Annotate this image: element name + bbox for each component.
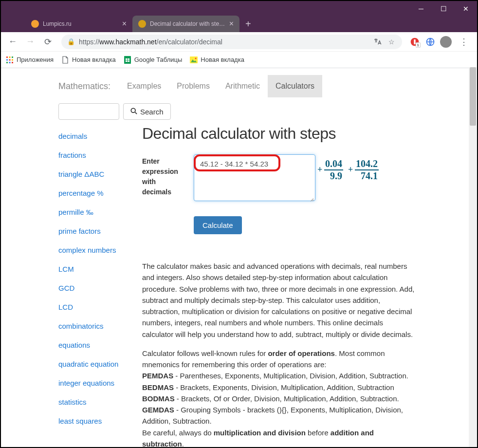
sidebar-item-combinatorics[interactable]: combinatorics (58, 317, 141, 336)
description-p2: Calculator follows well-known rules for … (142, 348, 415, 447)
bookmark-item[interactable]: Google Таблицы (124, 56, 183, 64)
bookmarks-bar: Приложения Новая вкладка Google Таблицы … (1, 52, 477, 68)
sidebar-item-quadratic[interactable]: quadratic equation (58, 355, 141, 373)
calculate-button[interactable]: Calculate (194, 216, 242, 234)
close-icon[interactable]: × (122, 20, 127, 28)
minimize-button[interactable]: ─ (410, 1, 432, 17)
extension-globe-icon[interactable] (423, 35, 437, 49)
image-icon (190, 56, 198, 64)
tab-title: Decimal calculator with steps (150, 20, 225, 27)
expression-input[interactable]: 45.12 - 34.12 * 54.23 (194, 154, 315, 201)
svg-point-19 (131, 108, 135, 112)
svg-rect-11 (12, 62, 13, 63)
svg-rect-9 (6, 62, 8, 63)
apps-icon (6, 56, 14, 64)
sidebar-item-gcd[interactable]: GCD (58, 279, 141, 298)
description: The calculator makes basic and advanced … (142, 261, 415, 447)
sidebar-item-percentage[interactable]: percentage % (58, 184, 141, 203)
sidebar-item-complex[interactable]: complex numbers (58, 241, 141, 260)
svg-line-20 (135, 112, 137, 114)
bookmark-item[interactable]: Новая вкладка (61, 56, 116, 64)
tab-title: Lumpics.ru (43, 20, 72, 27)
scrollbar[interactable] (469, 67, 477, 447)
bookmark-item[interactable]: Новая вкладка (190, 56, 244, 64)
sidebar-item-lcm[interactable]: LCM (58, 260, 141, 279)
profile-avatar[interactable] (439, 35, 453, 49)
back-button[interactable]: ← (5, 34, 20, 50)
svg-rect-8 (12, 59, 13, 60)
expression-label: Enter expression with decimals (142, 154, 185, 197)
sidebar-item-least-squares[interactable]: least squares (58, 411, 141, 430)
favicon-hackmath (138, 20, 146, 28)
tab-hackmath[interactable]: Decimal calculator with steps × (132, 16, 239, 32)
sidebar-item-prime[interactable]: prime factors (58, 222, 141, 241)
nav-title: Mathematics: (58, 81, 110, 92)
bookmark-label: Google Таблицы (134, 56, 183, 63)
nav-arithmetic[interactable]: Arithmetic (218, 75, 268, 97)
browser-titlebar: Lumpics.ru × Decimal calculator with ste… (1, 1, 477, 32)
search-input[interactable] (58, 103, 119, 120)
forward-button[interactable]: → (22, 34, 38, 50)
sidebar-item-integer-eq[interactable]: integer equations (58, 373, 141, 392)
browser-toolbar: ← → ⟳ 🔒 https://www.hackmath.net/en/calc… (1, 32, 477, 52)
close-icon[interactable]: × (229, 20, 234, 28)
examples-illustration: + 0.04 9.9 + 104.2 74.1 (324, 154, 379, 182)
translate-icon[interactable] (373, 37, 383, 47)
star-icon[interactable]: ☆ (386, 37, 396, 47)
search-icon (130, 108, 137, 116)
bookmark-label: Новая вкладка (72, 56, 116, 63)
extension-badge: 1 (416, 42, 421, 48)
search-button[interactable]: Search (123, 103, 171, 120)
svg-rect-10 (9, 62, 11, 63)
close-button[interactable]: ✕ (455, 1, 477, 17)
sidebar-item-lcd[interactable]: LCD (58, 298, 141, 317)
favicon-lumpics (31, 20, 39, 28)
nav-problems[interactable]: Problems (169, 75, 218, 97)
bookmark-label: Новая вкладка (201, 56, 244, 63)
tab-lumpics[interactable]: Lumpics.ru × (25, 16, 132, 32)
sheets-icon (124, 56, 131, 64)
sidebar-item-triangle[interactable]: triangle ΔABC (58, 165, 141, 184)
site-nav: Mathematics: Examples Problems Arithmeti… (58, 75, 462, 97)
scrollbar-thumb[interactable] (470, 67, 476, 126)
nav-calculators[interactable]: Calculators (268, 75, 322, 97)
nav-examples[interactable]: Examples (119, 75, 169, 97)
resize-handle[interactable] (309, 196, 314, 201)
sidebar-item-equations[interactable]: equations (58, 336, 141, 355)
sidebar-item-fractions[interactable]: fractions (58, 146, 141, 165)
svg-rect-6 (6, 59, 8, 60)
sidebar-item-decimals[interactable]: decimals (58, 127, 141, 146)
new-tab-button[interactable]: + (239, 16, 257, 32)
search-button-label: Search (140, 108, 164, 116)
address-bar[interactable]: 🔒 https://www.hackmath.net/en/calculator… (61, 35, 402, 49)
url-text: https://www.hackmath.net/en/calculator/d… (79, 38, 369, 46)
page-icon (61, 56, 69, 64)
svg-rect-3 (6, 56, 8, 58)
svg-rect-7 (9, 59, 11, 60)
menu-button[interactable]: ⋮ (455, 37, 473, 47)
reload-button[interactable]: ⟳ (40, 34, 55, 50)
svg-rect-5 (12, 56, 13, 58)
sidebar: decimals fractions triangle ΔABC percent… (58, 125, 141, 447)
extension-adblock-icon[interactable]: 1 (408, 35, 422, 49)
bookmark-label: Приложения (17, 56, 54, 63)
page-title: Decimal calculator with steps (142, 125, 462, 143)
lock-icon: 🔒 (67, 38, 75, 45)
description-p1: The calculator makes basic and advanced … (142, 261, 415, 340)
apps-button[interactable]: Приложения (6, 56, 54, 64)
maximize-button[interactable]: ☐ (432, 1, 455, 17)
svg-rect-4 (9, 56, 11, 58)
sidebar-item-statistics[interactable]: statistics (58, 392, 141, 411)
sidebar-item-permille[interactable]: permille ‰ (58, 203, 141, 222)
svg-point-18 (195, 57, 197, 59)
